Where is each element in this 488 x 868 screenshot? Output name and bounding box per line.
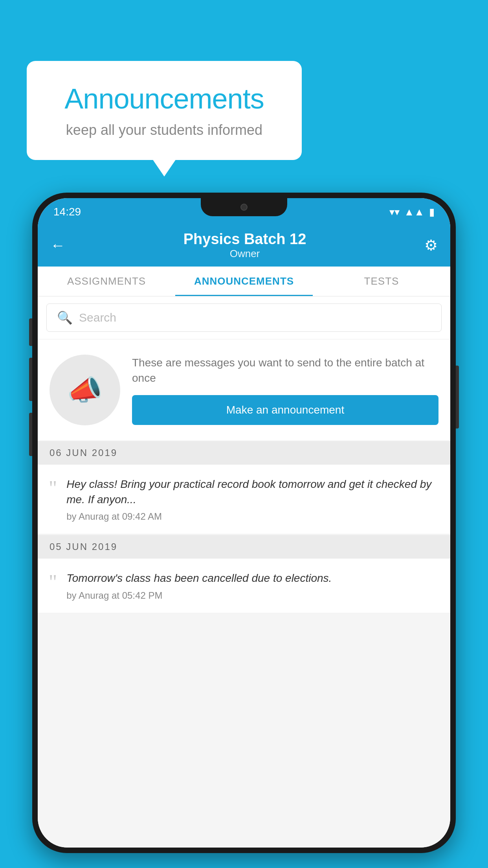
date-separator-2: 05 JUN 2019 — [38, 535, 450, 559]
side-button-power — [456, 366, 459, 428]
search-icon: 🔍 — [57, 310, 73, 325]
date-separator-1: 06 JUN 2019 — [38, 441, 450, 465]
status-time: 14:29 — [53, 206, 81, 218]
bubble-title: Announcements — [50, 83, 278, 115]
status-icons: ▾▾ ▲▲ ▮ — [389, 206, 435, 218]
side-button-vol-down — [29, 413, 32, 456]
promo-description: These are messages you want to send to t… — [132, 355, 438, 386]
announcement-meta-1: by Anurag at 09:42 AM — [66, 511, 439, 522]
quote-icon-1: " — [49, 478, 57, 498]
announcement-meta-2: by Anurag at 05:42 PM — [66, 590, 439, 601]
phone-mockup: 14:29 ▾▾ ▲▲ ▮ ← Physics Batch 12 Owner ⚙ — [32, 193, 456, 853]
make-announcement-button[interactable]: Make an announcement — [132, 395, 438, 425]
battery-icon: ▮ — [429, 206, 435, 218]
search-placeholder: Search — [79, 311, 116, 324]
phone-notch — [201, 198, 287, 216]
camera — [240, 204, 248, 211]
promo-right: These are messages you want to send to t… — [132, 355, 438, 425]
announcement-text-2: Tomorrow's class has been cancelled due … — [66, 570, 439, 586]
announcement-text-1: Hey class! Bring your practical record b… — [66, 476, 439, 507]
back-button[interactable]: ← — [50, 237, 65, 254]
tab-announcements[interactable]: ANNOUNCEMENTS — [175, 267, 313, 296]
promo-card: 📣 These are messages you want to send to… — [38, 340, 450, 440]
header-title: Physics Batch 12 — [183, 231, 306, 248]
app-header: ← Physics Batch 12 Owner ⚙ — [38, 224, 450, 267]
announcement-item-2[interactable]: " Tomorrow's class has been cancelled du… — [38, 559, 450, 613]
quote-icon-2: " — [49, 572, 57, 592]
wifi-icon: ▾▾ — [389, 206, 400, 218]
header-center: Physics Batch 12 Owner — [183, 231, 306, 260]
bubble-subtitle: keep all your students informed — [50, 122, 278, 138]
tabs-container: ASSIGNMENTS ANNOUNCEMENTS TESTS — [38, 267, 450, 296]
speech-bubble-container: Announcements keep all your students inf… — [27, 61, 302, 160]
settings-icon[interactable]: ⚙ — [424, 237, 438, 254]
announcement-content-2: Tomorrow's class has been cancelled due … — [66, 570, 439, 601]
search-bar[interactable]: 🔍 Search — [46, 303, 442, 332]
tab-assignments[interactable]: ASSIGNMENTS — [38, 267, 175, 296]
megaphone-icon: 📣 — [67, 373, 103, 407]
announcement-content-1: Hey class! Bring your practical record b… — [66, 476, 439, 522]
phone-outer: 14:29 ▾▾ ▲▲ ▮ ← Physics Batch 12 Owner ⚙ — [32, 193, 456, 853]
content-area: 🔍 Search 📣 These are messages you want t… — [38, 296, 450, 848]
announcement-item-1[interactable]: " Hey class! Bring your practical record… — [38, 465, 450, 534]
side-button-vol-toggle — [29, 318, 32, 346]
side-button-vol-up — [29, 358, 32, 401]
search-container: 🔍 Search — [38, 296, 450, 339]
signal-icon: ▲▲ — [404, 206, 424, 218]
phone-screen: 14:29 ▾▾ ▲▲ ▮ ← Physics Batch 12 Owner ⚙ — [38, 198, 450, 848]
tab-tests[interactable]: TESTS — [313, 267, 450, 296]
header-subtitle: Owner — [183, 248, 306, 260]
megaphone-circle: 📣 — [50, 355, 120, 425]
speech-bubble: Announcements keep all your students inf… — [27, 61, 302, 160]
